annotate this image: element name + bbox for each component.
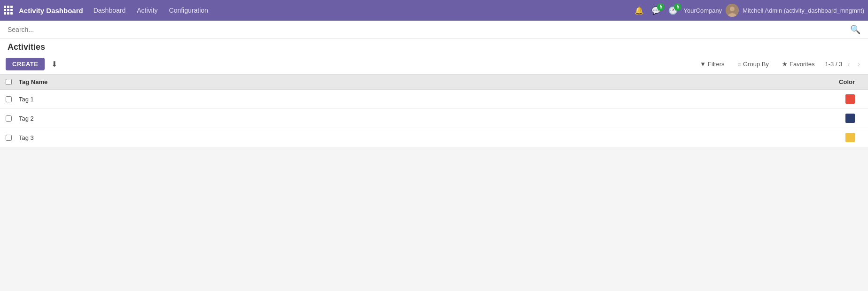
search-area xyxy=(8,26,846,33)
favorites-label: Favorites xyxy=(790,61,814,68)
clock-icon-btn[interactable]: 🕐 5 xyxy=(666,4,680,17)
row-tagname: Tag 2 xyxy=(19,115,806,122)
row-color-cell xyxy=(806,94,862,104)
prev-page-button[interactable]: ‹ xyxy=(845,59,852,69)
toolbar: CREATE ⬇ ▼ Filters ≡ Group By ★ Favorite… xyxy=(0,54,868,75)
favorites-action[interactable]: ★ Favorites xyxy=(779,59,817,69)
star-icon: ★ xyxy=(782,61,788,68)
tag-table: Tag Name Color Tag 1 Tag 2 Tag 3 xyxy=(0,75,868,147)
navbar-left: Activity Dashboard Dashboard Activity Co… xyxy=(4,4,633,17)
search-icon[interactable]: 🔍 xyxy=(850,24,860,35)
main-content: Activities CREATE ⬇ ▼ Filters ≡ Group By… xyxy=(0,38,868,147)
nav-dashboard[interactable]: Dashboard xyxy=(89,4,131,17)
select-all-checkbox[interactable] xyxy=(6,79,12,85)
table-row[interactable]: Tag 3 xyxy=(0,128,868,147)
table-row[interactable]: Tag 1 xyxy=(0,90,868,109)
col-header-color: Color xyxy=(806,78,862,85)
col-header-tagname: Tag Name xyxy=(19,78,806,85)
app-grid-icon[interactable] xyxy=(4,6,13,15)
search-input[interactable] xyxy=(8,26,846,33)
page-title: Activities xyxy=(8,42,45,52)
row-checkbox[interactable] xyxy=(6,115,12,122)
create-button[interactable]: CREATE xyxy=(6,58,45,70)
row-checkbox-cell xyxy=(6,135,19,141)
row-color-cell xyxy=(806,114,862,123)
row-tagname: Tag 1 xyxy=(19,96,806,103)
color-swatch xyxy=(845,114,855,123)
color-swatch xyxy=(845,94,855,104)
nav-links: Dashboard Activity Configuration xyxy=(89,4,213,17)
filters-label: Filters xyxy=(708,61,724,68)
navbar: Activity Dashboard Dashboard Activity Co… xyxy=(0,0,868,21)
company-name: YourCompany xyxy=(683,7,722,14)
download-button[interactable]: ⬇ xyxy=(48,58,60,70)
chat-badge: 5 xyxy=(657,3,665,11)
nav-activity[interactable]: Activity xyxy=(132,4,162,17)
chat-icon-btn[interactable]: 💬 5 xyxy=(649,4,663,17)
nav-configuration[interactable]: Configuration xyxy=(164,4,213,17)
pagination-info: 1-3 / 3 xyxy=(825,61,842,68)
clock-badge: 5 xyxy=(674,3,681,11)
groupby-label: Group By xyxy=(743,61,769,68)
row-checkbox[interactable] xyxy=(6,96,12,102)
toolbar-right: ▼ Filters ≡ Group By ★ Favorites 1-3 / 3… xyxy=(697,59,862,69)
toolbar-left: CREATE ⬇ xyxy=(6,58,697,70)
bell-icon: 🔔 xyxy=(634,6,644,15)
svg-point-1 xyxy=(730,7,735,11)
avatar-icon xyxy=(726,4,739,17)
row-checkbox-cell xyxy=(6,96,19,102)
table-row[interactable]: Tag 2 xyxy=(0,109,868,128)
table-header: Tag Name Color xyxy=(0,75,868,90)
navbar-right: 🔔 💬 5 🕐 5 YourCompany Mitchell Admin (ac… xyxy=(633,4,864,17)
app-title[interactable]: Activity Dashboard xyxy=(19,7,83,15)
color-swatch xyxy=(845,133,855,142)
header-checkbox-cell xyxy=(6,79,19,85)
user-avatar[interactable] xyxy=(726,4,739,17)
row-tagname: Tag 3 xyxy=(19,134,806,141)
groupby-icon: ≡ xyxy=(738,61,742,68)
row-color-cell xyxy=(806,133,862,142)
row-checkbox-cell xyxy=(6,115,19,122)
pagination: 1-3 / 3 ‹ › xyxy=(825,59,862,69)
table-body: Tag 1 Tag 2 Tag 3 xyxy=(0,90,868,147)
user-name: Mitchell Admin (activity_dashboard_mngmn… xyxy=(743,7,864,14)
filters-action[interactable]: ▼ Filters xyxy=(697,59,727,69)
filter-icon: ▼ xyxy=(700,61,706,68)
row-checkbox[interactable] xyxy=(6,135,12,141)
next-page-button[interactable]: › xyxy=(855,59,862,69)
groupby-action[interactable]: ≡ Group By xyxy=(735,59,772,69)
search-bar-row: 🔍 xyxy=(0,21,868,38)
bell-icon-btn[interactable]: 🔔 xyxy=(633,4,646,17)
download-icon: ⬇ xyxy=(51,60,57,68)
page-title-area: Activities xyxy=(0,38,868,54)
